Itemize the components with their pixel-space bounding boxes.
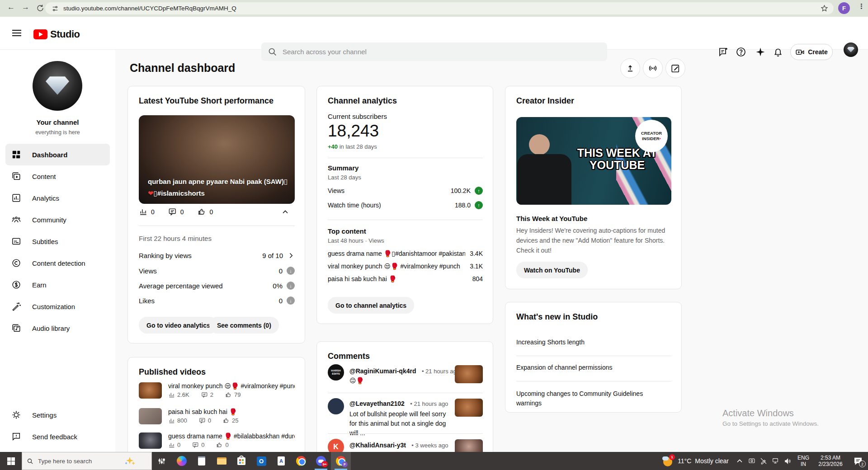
feedback-icon[interactable] bbox=[718, 47, 729, 57]
top-content-row[interactable]: paisa hi sab kuch hai 🥊804 bbox=[328, 275, 483, 282]
taskbar-search[interactable] bbox=[22, 452, 152, 470]
summary-period: Last 28 days bbox=[328, 174, 361, 181]
browser-back-icon[interactable]: ← bbox=[7, 3, 15, 12]
chevron-right-icon[interactable] bbox=[287, 252, 295, 259]
edit-button[interactable] bbox=[665, 58, 685, 78]
comment-video-thumbnail[interactable] bbox=[455, 365, 483, 383]
watch-on-youtube-button[interactable]: Watch on YouTube bbox=[516, 262, 588, 278]
top-content-row[interactable]: viral monkey punch 😒🥊 #viralmonkey #punc… bbox=[328, 263, 483, 270]
task-view-icon bbox=[158, 457, 166, 465]
tray-expand-button[interactable] bbox=[733, 452, 746, 470]
taskbar-icon-file-explorer[interactable] bbox=[212, 452, 231, 470]
commenter-handle[interactable]: @RaginiKumari-qk4rd bbox=[349, 367, 416, 375]
short-video-thumbnail[interactable]: qurban jaun apne pyaare Nabi paak (SAW)▯… bbox=[139, 115, 295, 204]
go-live-button[interactable] bbox=[643, 58, 663, 78]
whats-new-item[interactable]: Expansion of channel permissions bbox=[516, 364, 612, 371]
channel-avatar[interactable] bbox=[33, 61, 82, 111]
browser-reload-icon[interactable] bbox=[36, 4, 44, 12]
sidebar-item-earn[interactable]: Earn bbox=[5, 274, 110, 296]
video-thumbnail[interactable] bbox=[139, 408, 162, 424]
create-button[interactable]: Create bbox=[790, 44, 833, 60]
likes-icon bbox=[223, 417, 230, 424]
taskbar-icon-chrome-profile[interactable]: F bbox=[331, 452, 351, 470]
published-video-row[interactable]: paisa hi sab kuch hai 🥊 800 0 25 bbox=[139, 408, 295, 424]
taskbar-icon-word-doc[interactable]: A bbox=[271, 452, 291, 470]
published-video-row[interactable]: viral monkey punch 😒🥊 #viralmonkey #punc… bbox=[139, 382, 295, 399]
notifications-bell-icon[interactable] bbox=[773, 47, 783, 57]
sidebar-item-content-detection[interactable]: Content detection bbox=[5, 252, 110, 274]
tray-network[interactable] bbox=[769, 452, 781, 470]
taskbar-icon-chrome[interactable] bbox=[291, 452, 311, 470]
go-to-video-analytics-button[interactable]: Go to video analytics bbox=[139, 317, 218, 334]
url-bar[interactable]: studio.youtube.com/channel/UCYCDpFeMTeRq… bbox=[45, 2, 834, 14]
sidebar-item-content[interactable]: Content bbox=[5, 165, 110, 187]
published-video-row[interactable]: guess drama name 🥊 #bilalabbaskhan #dure… bbox=[139, 432, 295, 449]
copilot-icon bbox=[177, 456, 187, 466]
commenter-handle[interactable]: @KhalidAnsari-y3t bbox=[349, 442, 406, 449]
sidebar-item-settings[interactable]: Settings bbox=[5, 404, 110, 426]
insider-video-thumbnail[interactable]: THIS WEEK AT YOUTUBE CREATOR INSIDER• bbox=[516, 117, 671, 205]
discord-badge: 9+ bbox=[321, 461, 328, 467]
hamburger-menu-icon[interactable] bbox=[12, 29, 22, 37]
presenter-head bbox=[529, 134, 550, 155]
browser-menu-icon[interactable]: ⋮ bbox=[858, 2, 865, 10]
commenter-handle[interactable]: @Levayethan2102 bbox=[349, 400, 405, 407]
taskbar-icon-notepad[interactable] bbox=[192, 452, 212, 470]
sidebar-item-community[interactable]: Community bbox=[5, 209, 110, 230]
see-comments-button[interactable]: See comments (0) bbox=[209, 317, 279, 334]
whats-new-item[interactable]: Upcoming changes to Community Guidelines… bbox=[516, 389, 665, 408]
summary-row-watch-time: Watch time (hours) 188.0 ↑ bbox=[328, 201, 483, 209]
taskbar-icon-copilot[interactable] bbox=[172, 452, 192, 470]
taskbar-icon-outlook[interactable]: O bbox=[251, 452, 271, 470]
action-center-button[interactable]: 2 bbox=[848, 452, 868, 470]
task-view-button[interactable] bbox=[152, 452, 172, 470]
studio-logo[interactable]: Studio bbox=[33, 28, 80, 40]
commenter-avatar[interactable]: HARSH EDITS bbox=[328, 364, 344, 381]
sidebar-item-subtitles[interactable]: Subtitles bbox=[5, 230, 110, 252]
whats-new-item[interactable]: Increasing Shorts length bbox=[516, 338, 585, 346]
metric-ranking[interactable]: Ranking by views 9 of 10 bbox=[139, 252, 295, 259]
taskbar-icon-store[interactable] bbox=[231, 452, 251, 470]
account-avatar[interactable] bbox=[844, 42, 858, 57]
bookmark-star-icon[interactable] bbox=[821, 5, 828, 12]
sidebar-item-audio-library[interactable]: Audio library bbox=[5, 317, 110, 339]
top-content-row[interactable]: guess drama name 🥊▯#danishtamoor #pakist… bbox=[328, 250, 483, 257]
comment-video-thumbnail[interactable] bbox=[455, 399, 483, 417]
clock[interactable]: 2:53 AM 2/23/2026 bbox=[813, 455, 848, 467]
tray-volume[interactable] bbox=[781, 452, 794, 470]
language-indicator[interactable]: ENG IN bbox=[794, 455, 813, 467]
commenter-avatar[interactable] bbox=[328, 398, 344, 414]
sidebar-item-analytics[interactable]: Analytics bbox=[5, 187, 110, 209]
browser-forward-icon[interactable]: → bbox=[22, 3, 29, 12]
start-button[interactable] bbox=[0, 452, 22, 470]
sidebar-item-send-feedback[interactable]: Send feedback bbox=[5, 426, 110, 447]
channel-analytics-card: Channel analytics Current subscribers 18… bbox=[316, 86, 493, 324]
sidebar-item-customization[interactable]: Customization bbox=[5, 296, 110, 317]
views-chart-icon bbox=[168, 391, 175, 398]
go-to-channel-analytics-button[interactable]: Go to channel analytics bbox=[328, 297, 414, 314]
video-thumbnail[interactable] bbox=[139, 432, 162, 449]
search-input[interactable] bbox=[283, 48, 572, 56]
sidebar-item-dashboard[interactable]: Dashboard bbox=[5, 144, 110, 165]
video-thumbnail[interactable] bbox=[139, 382, 162, 399]
copyright-icon bbox=[11, 258, 21, 268]
magic-wand-icon bbox=[11, 301, 21, 311]
sidebar-nav: Dashboard Content Analytics Community Su… bbox=[0, 144, 115, 339]
upload-video-button[interactable] bbox=[620, 58, 640, 78]
browser-profile-avatar[interactable]: F bbox=[838, 2, 850, 14]
sparkle-icon[interactable] bbox=[755, 47, 766, 57]
channel-search-bar[interactable] bbox=[261, 42, 607, 61]
short-performance-card: Latest YouTube Short performance qurban … bbox=[127, 86, 305, 343]
help-icon[interactable] bbox=[736, 47, 746, 57]
taskbar-weather[interactable]: 1 11°C Mostly clear bbox=[662, 456, 729, 466]
studio-wordmark: Studio bbox=[50, 28, 80, 40]
site-settings-icon[interactable] bbox=[52, 5, 59, 12]
tray-pen[interactable] bbox=[758, 452, 769, 470]
summary-row-views: Views 100.2K ↑ bbox=[328, 187, 483, 195]
taskbar-icon-discord[interactable]: 9+ bbox=[311, 452, 331, 470]
collapse-chevron-icon[interactable] bbox=[281, 207, 290, 216]
tray-meet-now[interactable] bbox=[746, 452, 758, 470]
taskbar-search-input[interactable] bbox=[38, 458, 124, 465]
dollar-icon bbox=[11, 280, 21, 290]
short-likes-count: 0 bbox=[210, 208, 213, 216]
